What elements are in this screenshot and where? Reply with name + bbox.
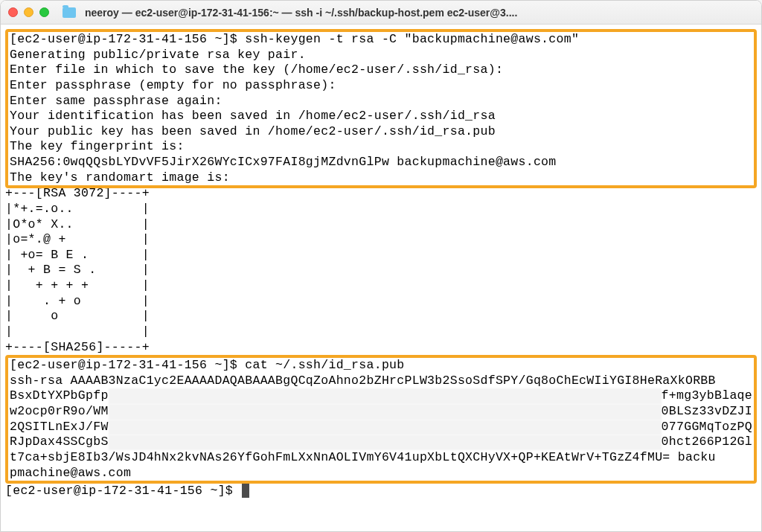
prompt: [ec2-user@ip-172-31-41-156 ~]$ (5, 484, 757, 499)
randomart-line: | | (5, 324, 757, 340)
randomart-line: | + B = S . | (5, 263, 757, 278)
titlebar[interactable]: neeroy — ec2-user@ip-172-31-41-156:~ — s… (1, 1, 761, 25)
term-line: The key fingerprint is: (10, 139, 752, 155)
cursor (242, 484, 249, 498)
term-line: BsxDtYXPbGpfp f+mg3ybBlaqe (10, 388, 752, 404)
folder-icon (63, 7, 76, 18)
randomart-line: +---[RSA 3072]----+ (5, 186, 757, 202)
term-line: SHA256:0wqQQsbLYDvVF5JirX26WYcICx97FAI8g… (10, 155, 752, 170)
term-line: RJpDax4SSCgbS 0hct266P12Gl (10, 435, 752, 450)
term-line: Enter file in which to save the key (/ho… (10, 63, 752, 78)
term-line: Your public key has been saved in /home/… (10, 124, 752, 140)
term-line: Generating public/private rsa key pair. (10, 48, 752, 63)
minimize-button[interactable] (24, 7, 33, 17)
randomart-line: +----[SHA256]-----+ (5, 340, 757, 356)
term-line: 2QSITLnExJ/FW 077GGMqTozPQ (10, 420, 752, 435)
redacted-content (109, 404, 662, 420)
term-line: Enter same passphrase again: (10, 94, 752, 109)
term-line: The key's randomart image is: (10, 170, 752, 186)
term-line: pmachine@aws.com (10, 466, 752, 481)
term-line: w2ocp0rR9o/WM 0BLSz33vDZJI (10, 404, 752, 420)
terminal-window: neeroy — ec2-user@ip-172-31-41-156:~ — s… (0, 0, 762, 532)
term-line: Enter passphrase (empty for no passphras… (10, 78, 752, 94)
term-line: [ec2-user@ip-172-31-41-156 ~]$ cat ~/.ss… (10, 358, 752, 374)
randomart-line: |O*o* X.. | (5, 217, 757, 233)
close-button[interactable] (8, 7, 18, 17)
randomart-line: | o | (5, 309, 757, 324)
randomart-line: | . + o | (5, 294, 757, 310)
term-line: Your identification has been saved in /h… (10, 109, 752, 124)
window-controls (8, 7, 49, 17)
redacted-key-region: BsxDtYXPbGpfp f+mg3ybBlaqe w2ocp0rR9o/WM… (10, 388, 752, 450)
window-title: neeroy — ec2-user@ip-172-31-41-156:~ — s… (85, 7, 754, 19)
redacted-content (109, 388, 662, 404)
highlight-box-pubkey: [ec2-user@ip-172-31-41-156 ~]$ cat ~/.ss… (5, 355, 757, 484)
term-line: [ec2-user@ip-172-31-41-156 ~]$ ssh-keyge… (10, 32, 752, 48)
term-line: ssh-rsa AAAAB3NzaC1yc2EAAAADAQABAAABgQCq… (10, 374, 752, 389)
redacted-content (109, 435, 662, 450)
randomart-line: | + + + + | (5, 278, 757, 294)
terminal-content[interactable]: [ec2-user@ip-172-31-41-156 ~]$ ssh-keyge… (1, 25, 761, 531)
randomart-line: |o=*.@ + | (5, 232, 757, 248)
randomart-line: |*+.=.o.. | (5, 202, 757, 217)
randomart-line: | +o= B E . | (5, 248, 757, 263)
term-line: t7ca+sbjE8Ib3/WsJD4hNx2kvNAs26YfGohFmLXx… (10, 450, 752, 466)
redacted-content (109, 420, 662, 435)
maximize-button[interactable] (39, 7, 49, 17)
highlight-box-keygen: [ec2-user@ip-172-31-41-156 ~]$ ssh-keyge… (5, 29, 757, 188)
